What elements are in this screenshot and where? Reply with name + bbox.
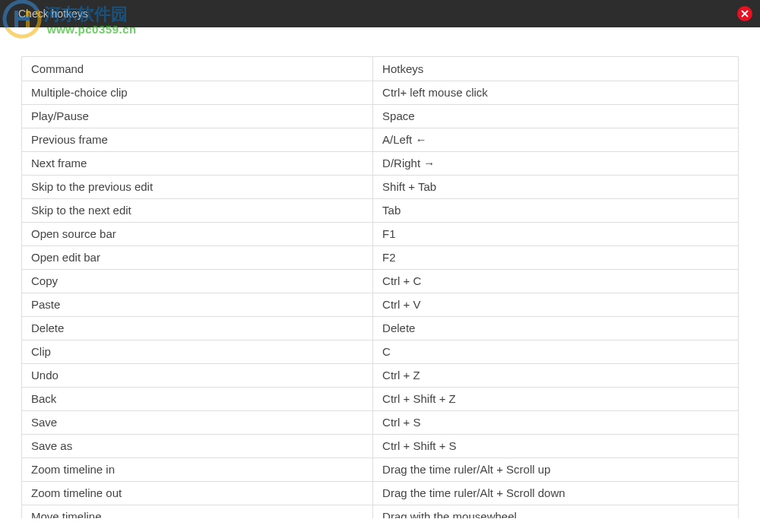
- table-row: SaveCtrl + S: [22, 410, 738, 434]
- cell-command: Copy: [22, 269, 373, 293]
- column-header-hotkeys: Hotkeys: [373, 57, 738, 81]
- column-header-command: Command: [22, 57, 373, 81]
- cell-hotkeys: Ctrl + Shift + Z: [373, 387, 738, 410]
- cell-hotkeys: Delete: [373, 316, 738, 340]
- cell-command: Move timeline: [22, 505, 373, 518]
- cell-command: Paste: [22, 293, 373, 316]
- table-header-row: CommandHotkeys: [22, 57, 738, 81]
- cell-command: Zoom timeline in: [22, 458, 373, 481]
- table-row: CopyCtrl + C: [22, 269, 738, 293]
- cell-hotkeys: F1: [373, 222, 738, 245]
- cell-command: Undo: [22, 363, 373, 387]
- cell-hotkeys: Drag with the mousewheel: [373, 505, 738, 518]
- table-row: Zoom timeline outDrag the time ruler/Alt…: [22, 481, 738, 505]
- cell-command: Next frame: [22, 151, 373, 175]
- table-row: Skip to the previous editShift + Tab: [22, 175, 738, 198]
- window-title: Check hotkeys: [18, 8, 88, 20]
- cell-hotkeys: C: [373, 340, 738, 363]
- table-row: Multiple-choice clipCtrl+ left mouse cli…: [22, 81, 738, 104]
- cell-command: Back: [22, 387, 373, 410]
- table-row: Play/PauseSpace: [22, 104, 738, 128]
- cell-hotkeys: Shift + Tab: [373, 175, 738, 198]
- table-row: Zoom timeline inDrag the time ruler/Alt …: [22, 458, 738, 481]
- cell-hotkeys: Space: [373, 104, 738, 128]
- hotkeys-table-wrapper: CommandHotkeysMultiple-choice clipCtrl+ …: [21, 56, 739, 518]
- content-area: CommandHotkeysMultiple-choice clipCtrl+ …: [0, 27, 760, 532]
- cell-hotkeys: Ctrl+ left mouse click: [373, 81, 738, 104]
- cell-hotkeys: Ctrl + S: [373, 410, 738, 434]
- table-row: UndoCtrl + Z: [22, 363, 738, 387]
- cell-command: Open source bar: [22, 222, 373, 245]
- table-row: Save asCtrl + Shift + S: [22, 434, 738, 458]
- table-row: Next frameD/Right →: [22, 151, 738, 175]
- cell-command: Clip: [22, 340, 373, 363]
- close-button[interactable]: [737, 6, 752, 21]
- cell-command: Zoom timeline out: [22, 481, 373, 505]
- titlebar[interactable]: Check hotkeys: [0, 0, 760, 27]
- cell-command: Previous frame: [22, 128, 373, 151]
- cell-command: Play/Pause: [22, 104, 373, 128]
- cell-hotkeys: A/Left ←: [373, 128, 738, 151]
- cell-command: Delete: [22, 316, 373, 340]
- cell-command: Save: [22, 410, 373, 434]
- cell-hotkeys: D/Right →: [373, 151, 738, 175]
- table-row: DeleteDelete: [22, 316, 738, 340]
- cell-command: Save as: [22, 434, 373, 458]
- table-row: ClipC: [22, 340, 738, 363]
- hotkeys-table: CommandHotkeysMultiple-choice clipCtrl+ …: [22, 57, 738, 518]
- table-row: Move timelineDrag with the mousewheel: [22, 505, 738, 518]
- cell-hotkeys: Tab: [373, 198, 738, 222]
- hotkeys-scroll-area[interactable]: CommandHotkeysMultiple-choice clipCtrl+ …: [22, 57, 738, 518]
- table-row: Previous frameA/Left ←: [22, 128, 738, 151]
- cell-hotkeys: Ctrl + Z: [373, 363, 738, 387]
- table-row: Open edit barF2: [22, 245, 738, 269]
- cell-command: Skip to the next edit: [22, 198, 373, 222]
- cell-hotkeys: Ctrl + C: [373, 269, 738, 293]
- cell-hotkeys: Drag the time ruler/Alt + Scroll down: [373, 481, 738, 505]
- cell-hotkeys: Ctrl + Shift + S: [373, 434, 738, 458]
- cell-command: Open edit bar: [22, 245, 373, 269]
- table-row: PasteCtrl + V: [22, 293, 738, 316]
- cell-command: Skip to the previous edit: [22, 175, 373, 198]
- cell-hotkeys: Drag the time ruler/Alt + Scroll up: [373, 458, 738, 481]
- table-row: Skip to the next editTab: [22, 198, 738, 222]
- cell-command: Multiple-choice clip: [22, 81, 373, 104]
- table-row: BackCtrl + Shift + Z: [22, 387, 738, 410]
- cell-hotkeys: Ctrl + V: [373, 293, 738, 316]
- close-icon: [741, 10, 749, 17]
- table-row: Open source barF1: [22, 222, 738, 245]
- cell-hotkeys: F2: [373, 245, 738, 269]
